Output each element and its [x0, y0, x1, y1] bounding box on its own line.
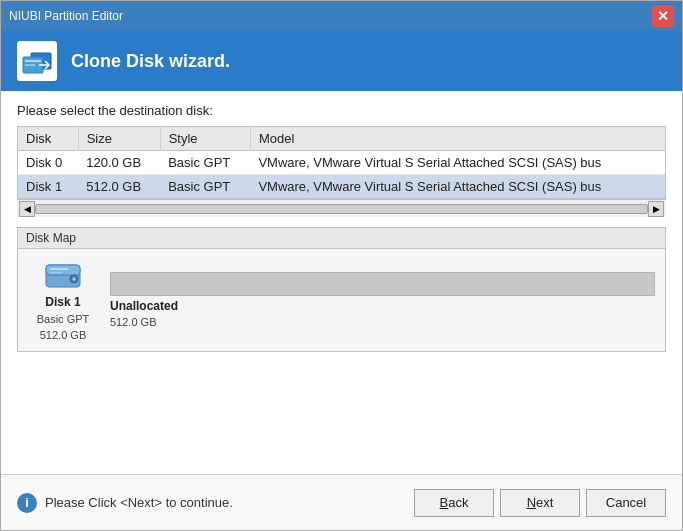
disk-map-section: Disk Map Disk: [17, 227, 666, 352]
disk-icon-wrap: [44, 259, 82, 291]
cancel-button[interactable]: Cancel: [586, 489, 666, 517]
back-button[interactable]: Back: [414, 489, 494, 517]
col-style: Style: [160, 127, 250, 151]
scroll-track[interactable]: [35, 204, 648, 214]
col-disk: Disk: [18, 127, 78, 151]
disk-map-disk-size: 512.0 GB: [40, 329, 86, 341]
cell-size-1: 512.0 GB: [78, 175, 160, 199]
col-size: Size: [78, 127, 160, 151]
main-content: Please select the destination disk: Disk…: [1, 91, 682, 474]
disk-unalloc-label: Unallocated: [110, 299, 655, 313]
header-band: Clone Disk wizard.: [1, 31, 682, 91]
clone-icon-svg: [19, 43, 55, 79]
svg-rect-9: [50, 268, 68, 270]
cell-style-0: Basic GPT: [160, 151, 250, 175]
col-model: Model: [250, 127, 665, 151]
svg-rect-3: [25, 64, 35, 66]
disk-visual-area: Unallocated 512.0 GB: [110, 272, 655, 328]
clone-disk-icon: [17, 41, 57, 81]
horizontal-scrollbar[interactable]: ◀ ▶: [17, 199, 666, 217]
cell-model-1: VMware, VMware Virtual S Serial Attached…: [250, 175, 665, 199]
footer-message: Please Click <Next> to continue.: [45, 495, 233, 510]
wizard-title: Clone Disk wizard.: [71, 51, 230, 72]
cell-disk-1: Disk 1: [18, 175, 78, 199]
cell-model-0: VMware, VMware Virtual S Serial Attached…: [250, 151, 665, 175]
disk-table-container: Disk Size Style Model Disk 0120.0 GBBasi…: [17, 126, 666, 199]
footer-info: i Please Click <Next> to continue.: [17, 493, 233, 513]
disk-map-disk-label: Disk 1: [45, 295, 80, 309]
disk-map-title: Disk Map: [18, 228, 665, 249]
title-bar: NIUBI Partition Editor ✕: [1, 1, 682, 31]
disk-table: Disk Size Style Model Disk 0120.0 GBBasi…: [18, 127, 665, 198]
table-row[interactable]: Disk 1512.0 GBBasic GPTVMware, VMware Vi…: [18, 175, 665, 199]
cell-size-0: 120.0 GB: [78, 151, 160, 175]
disk-bar-outer: [110, 272, 655, 296]
disk-map-disk-style: Basic GPT: [37, 313, 90, 325]
next-button[interactable]: Next: [500, 489, 580, 517]
scroll-left-arrow[interactable]: ◀: [19, 201, 35, 217]
disk-bar-inner: [111, 273, 654, 295]
table-header-row: Disk Size Style Model: [18, 127, 665, 151]
info-icon: i: [17, 493, 37, 513]
scroll-right-arrow[interactable]: ▶: [648, 201, 664, 217]
main-window: NIUBI Partition Editor ✕ Clone Disk wiza…: [0, 0, 683, 531]
table-row[interactable]: Disk 0120.0 GBBasic GPTVMware, VMware Vi…: [18, 151, 665, 175]
hard-disk-icon: [44, 259, 82, 291]
disk-map-content: Disk 1 Basic GPT 512.0 GB Unallocated 51…: [18, 249, 665, 351]
close-button[interactable]: ✕: [652, 5, 674, 27]
disk-unalloc-size: 512.0 GB: [110, 316, 655, 328]
footer: i Please Click <Next> to continue. Back …: [1, 474, 682, 530]
footer-buttons: Back Next Cancel: [414, 489, 666, 517]
svg-point-8: [73, 278, 76, 281]
window-title: NIUBI Partition Editor: [9, 9, 123, 23]
svg-rect-2: [25, 60, 41, 62]
cell-style-1: Basic GPT: [160, 175, 250, 199]
svg-rect-10: [50, 272, 62, 274]
select-disk-label: Please select the destination disk:: [17, 103, 666, 118]
disk-map-disk-info: Disk 1 Basic GPT 512.0 GB: [28, 259, 98, 341]
cell-disk-0: Disk 0: [18, 151, 78, 175]
